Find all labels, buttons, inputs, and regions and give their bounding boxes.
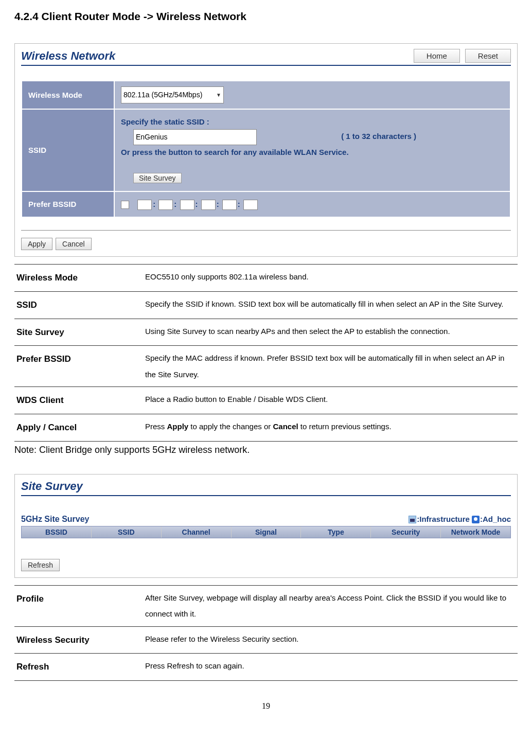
survey-legend: :Infrastructure :Ad_hoc	[409, 515, 511, 524]
ssid-line2: Or press the button to search for any av…	[121, 145, 504, 160]
panel-title: Site Survey	[21, 480, 511, 496]
desc-term: Profile	[14, 585, 143, 626]
bssid-octet-6[interactable]	[243, 200, 258, 210]
prefer-bssid-checkbox[interactable]	[121, 201, 129, 209]
desc-def: After Site Survey, webpage will display …	[143, 585, 518, 626]
desc-term: Site Survey	[14, 319, 143, 346]
col-security: Security	[371, 526, 441, 538]
desc-def: Using Site Survey to scan nearby APs and…	[143, 319, 518, 346]
apply-button[interactable]: Apply	[21, 238, 52, 250]
wireless-network-panel: Wireless Network Home Reset Wireless Mod…	[14, 43, 518, 257]
settings-table: Wireless Mode 802.11a (5GHz/54Mbps) ▼ SS…	[21, 80, 511, 218]
chevron-down-icon: ▼	[216, 90, 221, 100]
panel-title: Wireless Network	[21, 49, 115, 63]
page-number: 19	[14, 701, 518, 711]
bssid-octet-1[interactable]	[137, 200, 152, 210]
bssid-octet-5[interactable]	[222, 200, 237, 210]
col-ssid: SSID	[92, 526, 162, 538]
desc-term: Wireless Security	[14, 626, 143, 654]
desc-term: SSID	[14, 291, 143, 319]
section-heading: 4.2.4 Client Router Mode -> Wireless Net…	[14, 10, 518, 23]
prefer-bssid-label: Prefer BSSID	[22, 191, 114, 218]
survey-subhead: 5GHz Site Survey	[21, 515, 90, 524]
bssid-octet-2[interactable]	[158, 200, 173, 210]
desc-def: Specify the SSID if known. SSID text box…	[143, 291, 518, 319]
wireless-mode-label: Wireless Mode	[22, 81, 114, 109]
col-type: Type	[301, 526, 371, 538]
desc-def: Place a Radio button to Enable / Disable…	[143, 387, 518, 414]
site-survey-panel: Site Survey 5GHz Site Survey :Infrastruc…	[14, 474, 518, 578]
survey-column-headers: BSSID SSID Channel Signal Type Security …	[21, 526, 511, 538]
refresh-button[interactable]: Refresh	[21, 559, 60, 571]
wireless-mode-select[interactable]: 802.11a (5GHz/54Mbps) ▼	[121, 86, 224, 103]
wireless-mode-value: 802.11a (5GHz/54Mbps)	[123, 88, 202, 102]
bssid-octet-3[interactable]	[180, 200, 194, 210]
col-bssid: BSSID	[22, 526, 92, 538]
reset-button[interactable]: Reset	[465, 49, 511, 63]
cancel-button[interactable]: Cancel	[56, 238, 92, 250]
desc-term: WDS Client	[14, 387, 143, 414]
col-signal: Signal	[232, 526, 302, 538]
divider	[21, 230, 511, 231]
desc-def: Press Refresh to scan again.	[143, 654, 518, 681]
col-network-mode: Network Mode	[441, 526, 510, 538]
ssid-line1: Specify the static SSID :	[121, 115, 504, 130]
description-table-2: ProfileAfter Site Survey, webpage will d…	[14, 585, 518, 681]
site-survey-button[interactable]: Site Survey	[133, 173, 182, 183]
panel-header: Wireless Network Home Reset	[21, 49, 511, 66]
description-table-1: Wireless ModeEOC5510 only supports 802.1…	[14, 264, 518, 441]
ssid-label: SSID	[22, 109, 114, 191]
home-button[interactable]: Home	[414, 49, 460, 63]
desc-term: Apply / Cancel	[14, 414, 143, 441]
bssid-octet-4[interactable]	[201, 200, 216, 210]
ssid-input[interactable]: EnGenius	[133, 129, 257, 145]
infrastructure-icon	[409, 516, 416, 523]
desc-term: Prefer BSSID	[14, 346, 143, 387]
desc-term: Refresh	[14, 654, 143, 681]
col-channel: Channel	[162, 526, 232, 538]
note: Note: Client Bridge only supports 5GHz w…	[14, 445, 518, 455]
desc-def: Specify the MAC address if known. Prefer…	[143, 346, 518, 387]
desc-term: Wireless Mode	[14, 265, 143, 292]
desc-def: Press Apply to apply the changes or Canc…	[143, 414, 518, 441]
adhoc-icon	[472, 516, 480, 523]
ssid-hint: ( 1 to 32 characters )	[341, 132, 416, 140]
desc-def: Please refer to the Wireless Security se…	[143, 626, 518, 654]
desc-def: EOC5510 only supports 802.11a wireless b…	[143, 265, 518, 292]
